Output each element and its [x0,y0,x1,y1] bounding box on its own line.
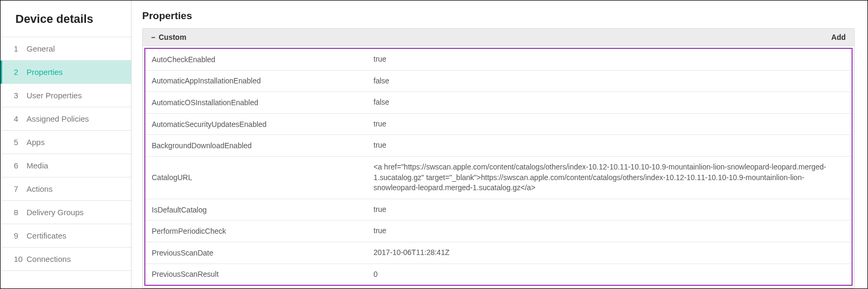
sidebar-title: Device details [1,1,131,37]
property-row[interactable]: AutomaticAppInstallationEnabled false [145,71,852,92]
property-row[interactable]: AutoCheckEnabled true [145,49,852,71]
collapse-icon[interactable]: – [151,33,157,41]
nav-item-number: 7 [14,184,27,193]
add-button[interactable]: Add [831,33,846,41]
property-row[interactable]: AutomaticSecurityUpdatesEnabled true [145,114,852,135]
nav-item-number: 2 [14,67,27,76]
property-key: BackgroundDownloadEnabled [145,136,374,155]
property-value: true [374,135,852,156]
property-key: AutomaticOSInstallationEnabled [145,93,374,112]
nav-item-label: User Properties [27,91,82,100]
nav-item-label: Apps [27,138,45,147]
section-title: Custom [159,33,186,41]
sidebar-item-apps[interactable]: 5 Apps [1,131,131,154]
properties-highlight-box: AutoCheckEnabled true AutomaticAppInstal… [144,48,853,286]
nav-item-label: Delivery Groups [27,208,84,217]
sidebar-item-general[interactable]: 1 General [1,37,131,61]
nav-item-number: 3 [14,91,27,100]
property-key: PerformPeriodicCheck [145,222,374,241]
property-key: AutoCheckEnabled [145,50,374,69]
sidebar-item-properties[interactable]: 2 Properties [1,61,131,84]
nav-item-label: Certificates [27,231,66,240]
section-header[interactable]: – Custom Add [143,29,854,46]
property-row[interactable]: IsDefaultCatalog true [145,199,852,221]
property-value: true [374,114,852,135]
property-key: AutomaticSecurityUpdatesEnabled [145,115,374,134]
property-value: true [374,220,852,242]
custom-section: – Custom Add AutoCheckEnabled true Autom… [142,28,855,288]
nav-item-label: Media [27,161,48,170]
nav-item-number: 9 [14,231,27,240]
property-key: AutomaticAppInstallationEnabled [145,71,374,90]
property-row[interactable]: PreviousScanDate 2017-10-06T11:28:41Z [145,242,852,264]
property-row[interactable]: PerformPeriodicCheck true [145,220,852,242]
nav-item-number: 10 [14,254,27,264]
property-row[interactable]: AutomaticOSInstallationEnabled false [145,92,852,114]
nav-item-number: 4 [14,114,27,123]
sidebar-item-assigned-policies[interactable]: 4 Assigned Policies [1,107,131,131]
section-body: AutoCheckEnabled true AutomaticAppInstal… [143,46,854,288]
nav-item-label: Assigned Policies [27,114,89,123]
property-value: true [374,49,852,70]
property-value: false [374,71,852,92]
sidebar-item-delivery-groups[interactable]: 8 Delivery Groups [1,201,131,224]
property-value: true [374,199,852,220]
property-key: PreviousScanDate [145,243,374,262]
nav-item-number: 8 [14,208,27,217]
nav-item-number: 6 [14,161,27,170]
property-value: false [374,92,852,113]
nav-item-number: 5 [14,138,27,147]
page-title: Properties [142,10,855,22]
property-key: CatalogURL [145,168,374,187]
property-value: 2017-10-06T11:28:41Z [374,242,852,264]
sidebar-item-certificates[interactable]: 9 Certificates [1,224,131,248]
sidebar: Device details 1 General 2 Properties 3 … [1,1,132,288]
property-value: 0 [374,264,852,285]
sidebar-item-media[interactable]: 6 Media [1,154,131,177]
nav-item-label: Connections [27,254,71,264]
main-panel: Properties – Custom Add AutoCheckEnabled… [132,1,867,288]
property-row[interactable]: PreviousScanResult 0 [145,264,852,285]
property-value: <a href="https://swscan.apple.com/conten… [374,157,852,199]
sidebar-item-user-properties[interactable]: 3 User Properties [1,84,131,107]
property-row[interactable]: CatalogURL <a href="https://swscan.apple… [145,157,852,199]
nav-item-label: General [27,44,55,53]
property-row[interactable]: BackgroundDownloadEnabled true [145,135,852,157]
property-key: PreviousScanResult [145,265,374,284]
sidebar-item-connections[interactable]: 10 Connections [1,248,131,271]
sidebar-item-actions[interactable]: 7 Actions [1,177,131,201]
nav-item-label: Actions [27,184,53,193]
property-key: IsDefaultCatalog [145,200,374,219]
nav-item-number: 1 [14,44,27,53]
nav-item-label: Properties [27,67,63,76]
